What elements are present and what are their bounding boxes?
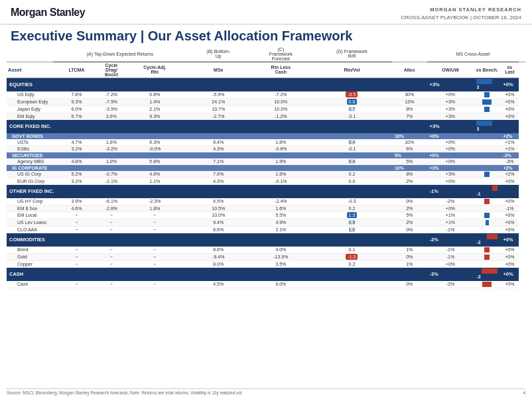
ltcma: 5.2% [53,171,100,178]
rtn-less: 1.9% [250,158,312,165]
mse: 8.6% [187,247,250,254]
vs-last: +0% [500,211,519,219]
cycle: -7.2% [100,91,123,99]
asset-name: Copper [7,260,53,267]
category-label: OTHER FIXED INC. [7,184,392,198]
table-row: Japan Eqty 6.0% -3.9% 2.1% 19.7% 10.0% 0… [7,105,525,113]
bench-bar [474,139,500,146]
alloc: 1% [392,260,427,267]
rtn-vol-cell: 0.4 [312,158,392,165]
ltcma: 4.6% [53,205,100,211]
rtn-less: -0.1% [250,178,312,184]
alloc: 2% [392,178,427,184]
table-row: EQUITIES +3% 3 +0% [7,78,525,91]
table-row: COMMODITIES -2% -2 +0% [7,233,525,247]
table-row: European Eqty 9.3% -7.9% 1.4% 24.1% 10.0… [7,98,525,105]
col-group-header-row: (A) Top-Down Expected Returns (B) Bottom… [7,46,525,62]
category-owuw: +3% [427,119,474,133]
vs-last: +0% [500,247,519,254]
owuw: +3% [427,113,474,119]
mse: -5.9% [187,91,250,99]
vs-last: +1% [500,145,519,152]
bench-bar [474,105,500,113]
owuw: +0% [427,205,474,211]
table-row: Cash ~ ~ ~ 4.5% 0.0% 0% -3% +0% [7,281,525,288]
title-prefix: Executive Summary | [11,28,144,43]
asset-name: EM $ Sov [7,205,53,211]
table-row: EM Eqty 6.7% 2.6% 9.3% -2.7% -1.2% -0.1 … [7,113,525,119]
cycle: -2.8% [100,205,123,211]
sh-mse: MSe [187,62,250,78]
rtn-vol-cell: 1.0 [312,226,392,233]
category-vs-last: +0% [500,267,519,281]
adj-rtn: ~ [123,211,187,219]
bench-bar [474,226,500,233]
owuw: -1% [427,253,474,260]
vs-last: -3% [500,158,519,165]
vs-last: +0% [500,113,519,119]
logo: Morgan Stanley [11,7,85,19]
category-vs-last [500,184,519,198]
owuw: +0% [427,158,474,165]
rtn-vol-cell: 0.0 [312,178,392,184]
col-asset [7,46,53,62]
cycle: -0.7% [100,171,123,178]
sub-category-bench [474,133,500,139]
asset-name: EM Local [7,211,53,219]
rtn-less: -1.2% [250,113,312,119]
cycle: -3.2% [100,145,123,152]
sub-category-label: IG CORPORATE [7,164,392,171]
col-group-ms-cross: MS Cross-Asset [427,46,519,62]
owuw: +3% [427,171,474,178]
cycle: ~ [100,247,123,254]
category-bench: -2 [474,233,500,247]
bench-bar [474,145,500,152]
rtn-less: 1.6% [250,171,312,178]
rtn-vol-cell [312,281,392,288]
ltcma: 3.9% [53,198,100,205]
table-row: US Eqty 7.8% -7.2% 0.6% -5.9% -7.2% -0.5… [7,91,525,99]
ltcma: ~ [53,247,100,254]
ltcma: 7.8% [53,91,100,99]
adj-rtn: ~ [123,281,187,288]
rtn-vol-cell: 0.4 [312,139,392,146]
sub-category-vs-last: -3% [500,152,519,158]
category-alloc [392,233,427,247]
adj-rtn: 9.3% [123,113,187,119]
cycle: 1.0% [100,158,123,165]
bench-bar [474,253,500,260]
vs-last: +0% [500,178,519,184]
ltcma: 3.2% [53,178,100,184]
adj-rtn: 0.6% [123,91,187,99]
table-row: US HY Corp 3.9% -6.1% -2.3% 6.5% -2.4% -… [7,198,525,205]
cycle: ~ [100,226,123,233]
cycle: 2.6% [100,113,123,119]
bench-bar [474,219,500,226]
table-row: EUR IG Corp 3.2% -2.1% 1.1% 4.3% -0.1% 0… [7,178,525,184]
rtn-vol-cell: 0.2 [312,171,392,178]
mse: 7.6% [187,171,250,178]
table-row: US Lev Loans ~ ~ ~ 9.4% 4.9% 0.9 2% +1% … [7,219,525,226]
category-label: CASH [7,267,392,281]
mse: 10.0% [187,211,250,219]
cycle: -7.9% [100,98,123,105]
category-owuw: -1% [427,184,474,198]
mse: 4.3% [187,178,250,184]
alloc: 1% [392,247,427,254]
sub-category-owuw: +0% [427,133,474,139]
adj-rtn: 1.8% [123,205,187,211]
header-right: MORGAN STANLEY RESEARCH CROSS-ASSET PLAY… [401,7,521,21]
sub-category-bench [474,164,500,171]
ltcma: ~ [53,281,100,288]
bench-bar [474,91,500,99]
rtn-less: 3.5% [250,260,312,267]
cycle: ~ [100,253,123,260]
rtn-less: -7.2% [250,91,312,99]
owuw: +0% [427,178,474,184]
page: Morgan Stanley MORGAN STANLEY RESEARCH C… [0,0,532,399]
rtn-less: 1.6% [250,205,312,211]
rtn-vol-cell: -0.5 [312,91,392,99]
cycle: -2.1% [100,178,123,184]
ltcma: 3.2% [53,145,100,152]
rtn-vol-cell: 0.2 [312,260,392,267]
